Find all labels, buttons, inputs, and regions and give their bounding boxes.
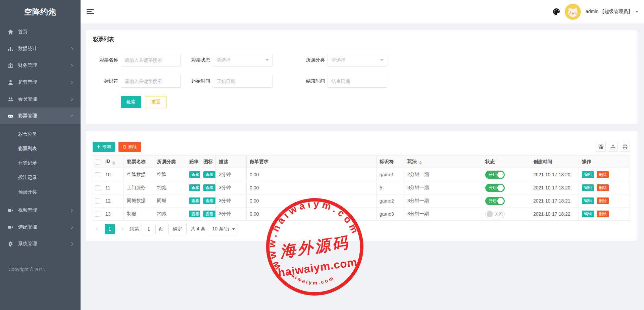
sidebar-item-home[interactable]: 首页 <box>0 24 81 40</box>
cell-identifier: game1 <box>377 168 404 181</box>
pagination-page-1[interactable]: 1 <box>105 224 115 234</box>
row-checkbox[interactable] <box>95 185 100 190</box>
goto-page-input[interactable] <box>142 224 156 234</box>
sidebar-item-data-stats[interactable]: 数据统计 <box>0 40 81 57</box>
edit-button[interactable]: 编辑 <box>582 197 594 204</box>
status-toggle[interactable]: 开启 <box>485 197 505 205</box>
row-delete-button[interactable]: 删除 <box>597 197 609 204</box>
view-icon-button[interactable]: 查看 <box>203 197 215 204</box>
start-date-input[interactable] <box>213 75 273 88</box>
sidebar-item-video[interactable]: 视频管理 <box>0 202 81 219</box>
add-button[interactable]: 添加 <box>93 142 115 152</box>
menu-toggle-icon[interactable] <box>87 9 94 15</box>
view-icon-button[interactable]: 查看 <box>203 184 215 191</box>
sidebar-item-superadmin[interactable]: 超管管理 <box>0 74 81 91</box>
sidebar-subitem-draw-records[interactable]: 开奖记录 <box>0 156 81 170</box>
table-row: 13 制服 约炮 查看 查看 3分钟 0.00 game3 3分钟一期 关闭 2… <box>93 208 630 221</box>
chevron-right-icon <box>70 47 73 50</box>
cell-play: 3分钟一期 <box>404 208 482 221</box>
page-size-select[interactable]: 10 条/页 <box>209 224 238 234</box>
sidebar-item-label: 系统管理 <box>18 241 37 247</box>
edit-button[interactable]: 编辑 <box>582 171 594 178</box>
edit-button[interactable]: 编辑 <box>582 184 594 191</box>
topbar: admin 【超级管理员】 <box>81 0 644 24</box>
sidebar-item-system[interactable]: 系统管理 <box>0 235 81 252</box>
column-header-actions: 操作 <box>579 156 630 168</box>
edit-button[interactable]: 编辑 <box>582 211 594 217</box>
sidebar-nav: 首页 数据统计 财务管理 超管管理 会员管理 彩票管理 彩票分类 <box>0 24 81 252</box>
column-header-play[interactable]: 玩法 <box>404 156 482 168</box>
gear-icon <box>8 241 13 247</box>
row-delete-button[interactable]: 删除 <box>597 211 609 217</box>
status-toggle[interactable]: 关闭 <box>485 210 505 218</box>
delete-button[interactable]: 删除 <box>118 142 141 152</box>
column-header-id[interactable]: ID <box>102 156 124 168</box>
table-tools <box>596 142 630 152</box>
user-icon <box>8 80 13 85</box>
table-card: 添加 删除 <box>86 131 637 241</box>
view-odds-button[interactable]: 查看 <box>189 211 200 217</box>
cell-identifier: game3 <box>377 208 404 221</box>
reset-button[interactable]: 重置 <box>146 96 166 108</box>
view-icon-button[interactable]: 查看 <box>203 211 215 217</box>
pagination-next[interactable] <box>117 224 127 234</box>
users-icon <box>8 96 13 102</box>
row-delete-button[interactable]: 删除 <box>597 184 609 191</box>
sidebar-item-label: 会员管理 <box>18 96 37 102</box>
name-input[interactable] <box>121 54 181 67</box>
filter-card: 彩票列表 彩票名称 彩票状态 请选择 所属分类 请选择 <box>86 30 637 124</box>
cell-category: 约炮 <box>154 208 186 221</box>
filter-columns-icon[interactable] <box>596 142 606 152</box>
status-toggle[interactable]: 开启 <box>485 184 505 192</box>
sort-icon[interactable] <box>419 161 422 165</box>
sidebar-item-label: 选妃管理 <box>18 224 37 230</box>
sidebar-subitem-preset-draw[interactable]: 预设开奖 <box>0 185 81 199</box>
end-date-input[interactable] <box>328 75 387 88</box>
sidebar-subitem-bet-records[interactable]: 投注记录 <box>0 170 81 185</box>
view-icon-button[interactable]: 查看 <box>203 171 215 178</box>
identifier-label: 标识符 <box>93 78 118 84</box>
column-header-odds: 赔率 <box>186 156 200 168</box>
sidebar-item-lottery[interactable]: 彩票管理 <box>0 107 81 124</box>
cell-id: 11 <box>102 181 124 194</box>
video-camera-icon <box>8 224 13 230</box>
chevron-right-icon <box>70 81 73 84</box>
cell-category: 空降 <box>154 168 186 181</box>
row-checkbox[interactable] <box>95 198 100 204</box>
view-odds-button[interactable]: 查看 <box>189 171 200 178</box>
search-button[interactable]: 检索 <box>121 96 141 108</box>
status-select[interactable]: 请选择 <box>213 54 273 67</box>
user-menu[interactable]: admin 【超级管理员】 <box>586 9 639 15</box>
row-checkbox[interactable] <box>95 172 100 177</box>
sidebar-subitem-lottery-list[interactable]: 彩票列表 <box>0 141 81 156</box>
sidebar-item-label: 首页 <box>18 29 28 35</box>
identifier-input[interactable] <box>121 75 181 88</box>
sidebar-item-finance[interactable]: 财务管理 <box>0 57 81 74</box>
cell-name: 同城数据 <box>124 194 154 208</box>
cell-created: 2021-10-17 18:20 <box>530 168 579 181</box>
status-toggle[interactable]: 开启 <box>485 171 505 179</box>
avatar[interactable] <box>565 4 581 20</box>
cell-name: 制服 <box>124 208 154 221</box>
print-icon[interactable] <box>620 142 630 152</box>
sidebar-item-label: 彩票管理 <box>18 113 37 119</box>
view-odds-button[interactable]: 查看 <box>189 184 200 191</box>
chevron-left-icon <box>96 227 99 231</box>
sidebar-item-concubine[interactable]: 选妃管理 <box>0 219 81 235</box>
category-select[interactable]: 请选择 <box>328 54 387 67</box>
column-header-category: 所属分类 <box>154 156 186 168</box>
sidebar-subitem-lottery-category[interactable]: 彩票分类 <box>0 127 81 141</box>
goto-prefix: 到第 <box>130 226 139 232</box>
pagination-prev[interactable] <box>93 224 103 234</box>
row-delete-button[interactable]: 删除 <box>597 171 609 178</box>
caret-down-icon <box>635 11 639 13</box>
sidebar-item-members[interactable]: 会员管理 <box>0 91 81 107</box>
cell-requirement: 0.00 <box>247 181 377 194</box>
select-all-checkbox[interactable] <box>95 160 100 165</box>
theme-palette-icon[interactable] <box>553 8 560 15</box>
view-odds-button[interactable]: 查看 <box>189 197 200 204</box>
export-icon[interactable] <box>608 142 618 152</box>
row-checkbox[interactable] <box>95 212 100 217</box>
sort-icon[interactable] <box>112 161 115 165</box>
goto-confirm-button[interactable]: 确定 <box>168 224 187 234</box>
